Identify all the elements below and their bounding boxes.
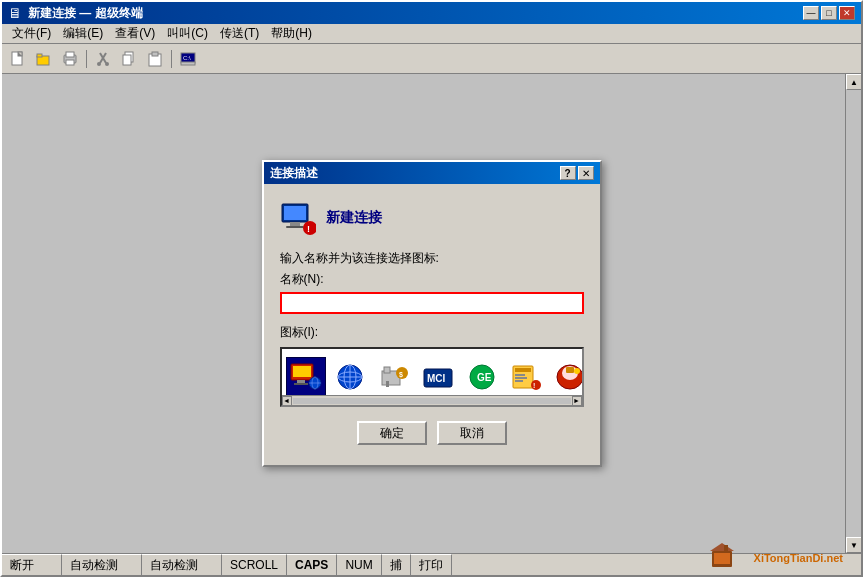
status-connection: 断开 xyxy=(2,554,62,575)
icon-label: 图标(I): xyxy=(280,324,584,341)
new-connection-icon: ! xyxy=(280,200,316,236)
menu-file[interactable]: 文件(F) xyxy=(6,23,57,44)
toolbar-copy[interactable] xyxy=(117,48,141,70)
svg-rect-58 xyxy=(714,553,730,564)
dialog-header: ! 新建连接 xyxy=(280,200,584,236)
svg-rect-21 xyxy=(290,222,300,226)
window-close-button[interactable]: ✕ xyxy=(839,6,855,20)
svg-rect-20 xyxy=(284,206,306,220)
svg-text:MCI: MCI xyxy=(427,373,446,384)
window-title: 新建连接 — 超级终端 xyxy=(28,5,143,22)
menu-edit[interactable]: 编辑(E) xyxy=(57,23,109,44)
toolbar-separator-2 xyxy=(171,50,172,68)
menu-bar: 文件(F) 编辑(E) 查看(V) 叫叫(C) 传送(T) 帮助(H) xyxy=(2,24,861,44)
icon-item-5[interactable]: ! xyxy=(506,357,546,397)
status-scroll: SCROLL xyxy=(222,554,287,575)
toolbar-paste[interactable] xyxy=(143,48,167,70)
name-input[interactable] xyxy=(280,292,584,314)
svg-rect-22 xyxy=(286,226,304,228)
dialog-title-bar: 连接描述 ? ✕ xyxy=(264,162,600,184)
status-caps: CAPS xyxy=(287,554,337,575)
svg-rect-60 xyxy=(724,545,728,553)
watermark-site-text: XiTongTianDi.net xyxy=(754,552,843,564)
svg-text:C:\: C:\ xyxy=(183,55,191,61)
svg-marker-59 xyxy=(710,543,734,551)
icon-scroll-left[interactable]: ◄ xyxy=(282,396,292,406)
minimize-button[interactable]: — xyxy=(803,6,819,20)
svg-rect-4 xyxy=(37,54,42,57)
svg-rect-6 xyxy=(66,52,74,57)
dialog-prompt: 输入名称并为该连接选择图标: xyxy=(280,250,584,267)
icon-item-0[interactable] xyxy=(286,357,326,397)
svg-rect-55 xyxy=(566,367,574,373)
svg-rect-28 xyxy=(294,383,308,385)
dialog-help-button[interactable]: ? xyxy=(560,166,576,180)
connection-dialog: 连接描述 ? ✕ xyxy=(262,160,602,467)
svg-rect-26 xyxy=(293,366,311,377)
svg-text:GE: GE xyxy=(477,372,492,383)
icon-scroll-track[interactable] xyxy=(293,398,571,404)
icon-list-container: $ MCI xyxy=(280,347,584,407)
watermark-icon xyxy=(710,543,750,573)
svg-rect-47 xyxy=(515,368,531,372)
menu-transfer[interactable]: 传送(T) xyxy=(214,23,265,44)
icon-item-3[interactable]: MCI xyxy=(418,357,458,397)
toolbar-open[interactable] xyxy=(32,48,56,70)
svg-rect-38 xyxy=(384,367,390,373)
status-print: 打印 xyxy=(411,554,452,575)
svg-rect-48 xyxy=(515,374,525,376)
svg-rect-49 xyxy=(515,377,527,379)
title-bar-controls: — □ ✕ xyxy=(803,6,855,20)
status-bar: 断开 自动检测 自动检测 SCROLL CAPS NUM 捕 打印 XiT xyxy=(2,553,861,575)
svg-rect-17 xyxy=(181,62,195,65)
icon-item-1[interactable] xyxy=(330,357,370,397)
menu-call[interactable]: 叫叫(C) xyxy=(161,23,214,44)
window-icon: 🖥 xyxy=(8,5,22,21)
toolbar-print[interactable] xyxy=(58,48,82,70)
watermark: XiTongTianDi.net xyxy=(710,543,843,573)
toolbar-terminal[interactable]: C:\ xyxy=(176,48,200,70)
svg-point-56 xyxy=(574,368,580,374)
svg-point-10 xyxy=(97,62,101,66)
icon-scrollbar[interactable]: ◄ ► xyxy=(282,395,582,405)
svg-point-11 xyxy=(105,62,109,66)
status-auto1: 自动检测 xyxy=(62,554,142,575)
status-num: NUM xyxy=(337,554,381,575)
svg-rect-50 xyxy=(515,380,523,382)
dialog-body: ! 新建连接 输入名称并为该连接选择图标: 名称(N): 图标(I): xyxy=(264,184,600,465)
cancel-button[interactable]: 取消 xyxy=(437,421,507,445)
name-label: 名称(N): xyxy=(280,271,584,288)
dialog-title: 连接描述 xyxy=(270,165,318,182)
main-content: ▲ ▼ 连接描述 ? ✕ xyxy=(2,74,861,553)
dialog-close-button[interactable]: ✕ xyxy=(578,166,594,180)
icon-item-2[interactable]: $ xyxy=(374,357,414,397)
icon-item-4[interactable]: GE xyxy=(462,357,502,397)
toolbar-new[interactable] xyxy=(6,48,30,70)
dialog-overlay: 连接描述 ? ✕ xyxy=(2,74,861,553)
dialog-footer: 确定 取消 xyxy=(280,421,584,449)
svg-rect-15 xyxy=(152,52,158,56)
ok-button[interactable]: 确定 xyxy=(357,421,427,445)
status-capture: 捕 xyxy=(382,554,411,575)
svg-rect-27 xyxy=(297,380,305,383)
main-window: 🖥 新建连接 — 超级终端 — □ ✕ 文件(F) 编辑(E) 查看(V) 叫叫… xyxy=(0,0,863,577)
watermark-logo-container xyxy=(710,543,750,573)
svg-rect-39 xyxy=(386,381,389,387)
svg-rect-13 xyxy=(123,55,131,65)
menu-view[interactable]: 查看(V) xyxy=(109,23,161,44)
svg-rect-7 xyxy=(66,60,74,65)
toolbar-separator-1 xyxy=(86,50,87,68)
svg-text:$: $ xyxy=(399,371,403,379)
toolbar-cut[interactable] xyxy=(91,48,115,70)
toolbar: C:\ xyxy=(2,44,861,74)
title-bar: 🖥 新建连接 — 超级终端 — □ ✕ xyxy=(2,2,861,24)
dialog-header-title: 新建连接 xyxy=(326,209,382,227)
icon-item-6[interactable] xyxy=(550,357,584,397)
icon-scroll-right[interactable]: ► xyxy=(572,396,582,406)
status-auto2: 自动检测 xyxy=(142,554,222,575)
maximize-button[interactable]: □ xyxy=(821,6,837,20)
dialog-title-controls: ? ✕ xyxy=(560,166,594,180)
terminal-area: ▲ ▼ 连接描述 ? ✕ xyxy=(2,74,861,553)
menu-help[interactable]: 帮助(H) xyxy=(265,23,318,44)
svg-text:!: ! xyxy=(533,382,535,389)
